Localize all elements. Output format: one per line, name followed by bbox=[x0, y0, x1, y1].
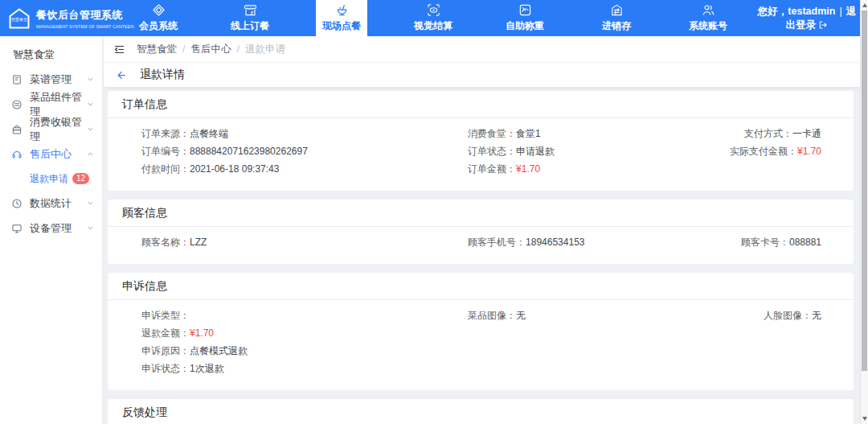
field-customer-name: 顾客名称：LZZ bbox=[141, 235, 468, 249]
divider: | bbox=[839, 6, 841, 17]
sidebar-title: 智慧食堂 bbox=[0, 36, 102, 67]
nav-onsite-order[interactable]: 现场点餐 bbox=[316, 0, 367, 36]
nav-member-system[interactable]: 会员系统 bbox=[113, 0, 204, 36]
logo-house-icon: 智慧食堂 bbox=[7, 6, 31, 31]
chevron-down-icon bbox=[87, 101, 94, 108]
breadcrumb-bar: 智慧食堂 / 售后中心 / 退款申请 bbox=[104, 36, 860, 63]
feedback-card: 反馈处理 bbox=[108, 399, 854, 424]
nav-inventory[interactable]: 进销存 bbox=[571, 0, 662, 36]
user-area: 您好，testadmin|退出登录 bbox=[754, 0, 860, 36]
sidebar-item-device-management[interactable]: 设备管理 bbox=[0, 216, 102, 241]
menu-fold-icon[interactable] bbox=[113, 43, 125, 56]
field-actual-paid: 实际支付金额：¥1.70 bbox=[669, 144, 821, 158]
field-appeal-type: 申诉类型： bbox=[141, 308, 468, 323]
page-title: 退款详情 bbox=[140, 68, 185, 82]
field-order-number: 订单编号：8888842071623980262697 bbox=[141, 144, 468, 158]
sidebar-item-recipe-management[interactable]: 菜谱管理 bbox=[0, 67, 102, 92]
breadcrumb-separator: / bbox=[236, 43, 239, 55]
chevron-down-icon bbox=[87, 76, 94, 83]
section-title-customer: 顾客信息 bbox=[108, 200, 854, 227]
sidebar-item-refund-request[interactable]: 退款申请 12 bbox=[0, 167, 102, 191]
field-dish-image: 菜品图像：无 bbox=[468, 308, 669, 323]
vision-scan-icon bbox=[427, 3, 440, 17]
field-appeal-status: 申诉状态：1次退款 bbox=[141, 361, 468, 376]
breadcrumb-root[interactable]: 智慧食堂 bbox=[137, 43, 177, 56]
sidebar-item-aftersale-center[interactable]: 售后中心 bbox=[0, 142, 102, 167]
field-order-amount: 订单金额：¥1.70 bbox=[468, 162, 669, 176]
app-logo: 智慧食堂 餐饮后台管理系统 MANAGEMENT SYSTEM OF SMART… bbox=[0, 0, 113, 36]
field-customer-card: 顾客卡号：088881 bbox=[669, 235, 821, 249]
scrollbar-thumb[interactable] bbox=[862, 10, 867, 371]
logout-icon bbox=[818, 19, 828, 31]
order-info-card: 订单信息 订单来源：点餐终端 订单编号：88888420716239802626… bbox=[108, 91, 854, 191]
gem-icon bbox=[152, 3, 166, 17]
logo-badge-text: 智慧食堂 bbox=[7, 17, 31, 22]
app-subtitle: MANAGEMENT SYSTEM OF SMART CANTEEN bbox=[36, 24, 133, 29]
breadcrumb-section[interactable]: 售后中心 bbox=[190, 43, 231, 56]
vertical-scrollbar[interactable] bbox=[860, 0, 868, 424]
field-pay-time: 付款时间：2021-06-18 09:37:43 bbox=[141, 162, 468, 176]
headset-icon bbox=[11, 149, 23, 160]
customer-info-card: 顾客信息 顾客名称：LZZ 顾客手机号：18946534153 顾客卡号：088… bbox=[108, 200, 854, 264]
chevron-down-icon bbox=[87, 126, 94, 133]
top-nav: 会员系统 线上订餐 现场点餐 bbox=[113, 0, 754, 36]
breadcrumb-current: 退款申请 bbox=[245, 43, 285, 56]
monitor-icon bbox=[11, 223, 23, 234]
nav-online-order[interactable]: 线上订餐 bbox=[204, 0, 296, 36]
scroll-up-arrow-icon[interactable] bbox=[862, 3, 867, 7]
nav-self-weigh[interactable]: 自助称重 bbox=[479, 0, 571, 36]
chevron-down-icon bbox=[87, 200, 94, 207]
field-order-source: 订单来源：点餐终端 bbox=[141, 126, 468, 141]
sidebar-item-data-statistics[interactable]: 数据统计 bbox=[0, 191, 102, 216]
field-appeal-reason: 申诉原因：点餐模式退款 bbox=[141, 344, 468, 358]
component-icon bbox=[11, 99, 23, 110]
field-face-image: 人脸图像：无 bbox=[669, 308, 821, 323]
cashier-bag-icon bbox=[11, 124, 23, 135]
field-order-status: 订单状态：申请退款 bbox=[468, 144, 669, 158]
nav-system-account[interactable]: 系统账号 bbox=[662, 0, 754, 36]
topbar: 智慧食堂 餐饮后台管理系统 MANAGEMENT SYSTEM OF SMART… bbox=[0, 0, 860, 36]
field-refund-amount: 退款金额：¥1.70 bbox=[141, 326, 468, 340]
back-button[interactable] bbox=[115, 69, 127, 81]
appeal-info-card: 申诉信息 申诉类型： 退款金额：¥1.70 申诉原因：点餐模式退款 申诉状态：1… bbox=[108, 273, 854, 390]
recipe-icon bbox=[11, 74, 23, 85]
chevron-down-icon bbox=[87, 224, 94, 232]
stats-clock-icon bbox=[11, 198, 23, 209]
field-pay-method: 支付方式：一卡通 bbox=[669, 126, 821, 141]
storefront-icon bbox=[244, 3, 257, 17]
section-title-appeal: 申诉信息 bbox=[108, 273, 854, 300]
inventory-icon bbox=[610, 3, 624, 17]
chevron-up-icon bbox=[87, 150, 94, 158]
sidebar-item-consume-cashier-management[interactable]: 消费收银管理 bbox=[0, 117, 102, 142]
sidebar: 智慧食堂 菜谱管理 菜品组件管理 消费收银管理 售后中心 退款申请 12 bbox=[0, 36, 103, 424]
section-title-feedback: 反馈处理 bbox=[108, 399, 854, 424]
user-greeting: 您好，testadmin bbox=[758, 6, 836, 17]
accounts-icon bbox=[702, 3, 715, 17]
scale-icon bbox=[518, 3, 532, 17]
dine-cup-icon bbox=[335, 3, 349, 17]
field-canteen: 消费食堂：食堂1 bbox=[468, 126, 669, 141]
sidebar-item-dish-component-management[interactable]: 菜品组件管理 bbox=[0, 92, 102, 117]
section-title-order: 订单信息 bbox=[108, 91, 854, 118]
main-content: 订单信息 订单来源：点餐终端 订单编号：88888420716239802626… bbox=[104, 87, 860, 424]
field-customer-phone: 顾客手机号：18946534153 bbox=[468, 235, 669, 249]
breadcrumb-separator: / bbox=[182, 43, 185, 55]
page-title-bar: 退款详情 bbox=[104, 63, 860, 87]
scroll-down-arrow-icon[interactable] bbox=[862, 417, 867, 421]
nav-vision-settle[interactable]: 视觉结算 bbox=[387, 0, 479, 36]
refund-count-badge: 12 bbox=[72, 173, 89, 184]
